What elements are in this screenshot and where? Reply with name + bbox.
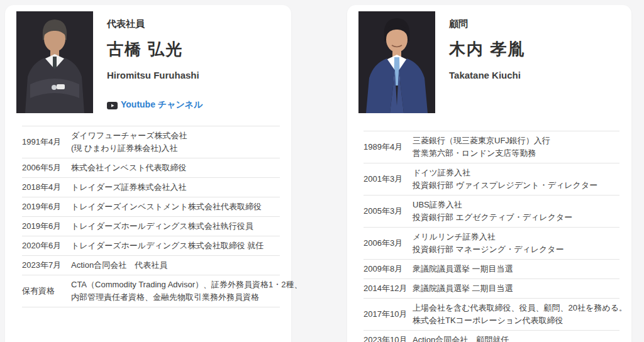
history-line: 衆議院議員選挙 一期目当選: [413, 263, 619, 275]
career-history-table: 1991年4月 ダイワフューチャーズ株式会社 (現 ひまわり証券株会社)入社 2…: [22, 126, 280, 307]
history-desc: 株式会社インベスト代表取締役: [71, 162, 280, 174]
profile-card-furuhashi: 代表社員 古橋 弘光 Hiromitsu Furuhashi Youtube チ…: [5, 5, 291, 342]
history-date: 1991年4月: [22, 136, 71, 148]
history-row: 保有資格 CTA（Commodity Trading Advisor）、証券外務…: [22, 275, 280, 307]
history-date: 2020年6月: [22, 240, 71, 252]
member-name-en: Hiromitsu Furuhashi: [107, 69, 203, 82]
history-row: 2009年8月 衆議院議員選挙 一期目当選: [364, 259, 619, 279]
history-row: 2001年3月 ドイツ証券入社 投資銀行部 ヴァイスプレジデント・ディレクター: [364, 163, 619, 195]
history-desc: Action合同会社 顧問就任: [413, 334, 619, 342]
history-line: Action合同会社 代表社員: [71, 259, 280, 272]
history-line: 株式会社TKコーポレーション代表取締役: [413, 314, 627, 327]
youtube-icon: [107, 101, 118, 108]
history-line: 内部管理責任者資格、金融先物取引業務外務員資格: [71, 291, 302, 304]
history-row: 2005年3月 UBS証券入社 投資銀行部 エグゼクティブ・ディレクター: [364, 195, 619, 227]
youtube-link-label: Youtube チャンネル: [121, 99, 203, 110]
history-line: 投資銀行部 ヴァイスプレジデント・ディレクター: [413, 179, 619, 192]
history-line: トレイダーズ証券株式会社入社: [71, 181, 280, 194]
profile-header: 顧問 木内 孝胤 Takatane Kiuchi: [347, 5, 631, 113]
history-line: ドイツ証券入社: [413, 167, 619, 179]
history-line: 投資銀行部 マネージング・ディレクター: [413, 243, 619, 256]
history-desc: CTA（Commodity Trading Advisor）、証券外務員資格1・…: [71, 279, 302, 304]
history-row: 2014年12月 衆議院議員選挙 二期目当選: [364, 279, 619, 298]
history-row: 1989年4月 三菱銀行（現三菱東京UFJ銀行）入行 営業第六部・ロンドン支店等…: [364, 131, 619, 163]
history-date: 2023年10月: [364, 334, 413, 342]
member-name: 古橋 弘光: [107, 39, 203, 59]
history-desc: トレイダーズホールディングス株式会社執行役員: [71, 220, 280, 233]
history-row: 2023年10月 Action合同会社 顧問就任: [364, 330, 619, 342]
history-desc: トレイダーズホールディングス株式会社取締役 就任: [71, 240, 280, 252]
member-photo: [16, 11, 93, 113]
history-line: CTA（Commodity Trading Advisor）、証券外務員資格1・…: [71, 279, 302, 291]
history-row: 2020年6月 トレイダーズホールディングス株式会社取締役 就任: [22, 236, 280, 255]
portrait-illustration: [358, 11, 435, 113]
history-line: トレイダーズホールディングス株式会社取締役 就任: [71, 240, 280, 252]
history-desc: メリルリンチ証券入社 投資銀行部 マネージング・ディレクター: [413, 231, 619, 256]
history-row: 1991年4月 ダイワフューチャーズ株式会社 (現 ひまわり証券株会社)入社: [22, 126, 280, 158]
history-row: 2017年10月 上場会社を含む代表取締役、役員、顧問、20社を務める。 株式会…: [364, 298, 619, 330]
history-date: 2018年4月: [22, 181, 71, 194]
history-date: 保有資格: [22, 285, 71, 297]
history-desc: 衆議院議員選挙 一期目当選: [413, 263, 619, 275]
history-row: 2019年6月 トレイダーズインベストメント株式会社代表取締役: [22, 197, 280, 216]
history-date: 2006年5月: [22, 162, 71, 174]
history-line: トレイダーズホールディングス株式会社執行役員: [71, 220, 280, 233]
history-date: 2019年6月: [22, 201, 71, 213]
career-history-table: 1989年4月 三菱銀行（現三菱東京UFJ銀行）入行 営業第六部・ロンドン支店等…: [364, 131, 619, 342]
member-name-en: Takatane Kiuchi: [449, 69, 525, 82]
history-line: メリルリンチ証券入社: [413, 231, 619, 243]
history-date: 2009年8月: [364, 263, 413, 275]
history-date: 2019年6月: [22, 220, 71, 233]
history-line: 投資銀行部 エグゼクティブ・ディレクター: [413, 211, 619, 224]
history-line: Action合同会社 顧問就任: [413, 334, 619, 342]
history-desc: ダイワフューチャーズ株式会社 (現 ひまわり証券株会社)入社: [71, 130, 280, 155]
history-desc: 衆議院議員選挙 二期目当選: [413, 282, 619, 295]
history-line: 営業第六部・ロンドン支店等勤務: [413, 147, 619, 160]
history-line: (現 ひまわり証券株会社)入社: [71, 142, 280, 155]
history-line: トレイダーズインベストメント株式会社代表取締役: [71, 201, 280, 213]
history-desc: UBS証券入社 投資銀行部 エグゼクティブ・ディレクター: [413, 199, 619, 224]
member-name: 木内 孝胤: [449, 39, 525, 59]
history-row: 2023年7月 Action合同会社 代表社員: [22, 255, 280, 275]
member-info: 代表社員 古橋 弘光 Hiromitsu Furuhashi Youtube チ…: [93, 11, 203, 113]
history-date: 2014年12月: [364, 282, 413, 295]
history-date: 2005年3月: [364, 205, 413, 218]
history-date: 2006年3月: [364, 237, 413, 250]
member-info: 顧問 木内 孝胤 Takatane Kiuchi: [435, 11, 525, 113]
history-date: 1989年4月: [364, 141, 413, 153]
history-desc: トレイダーズ証券株式会社入社: [71, 181, 280, 194]
history-line: 衆議院議員選挙 二期目当選: [413, 282, 619, 295]
history-line: 上場会社を含む代表取締役、役員、顧問、20社を務める。: [413, 302, 627, 314]
history-date: 2023年7月: [22, 259, 71, 272]
profile-card-kiuchi: 顧問 木内 孝胤 Takatane Kiuchi 1989年4月 三菱銀行（現三…: [347, 5, 631, 342]
history-line: 株式会社インベスト代表取締役: [71, 162, 280, 174]
profile-header: 代表社員 古橋 弘光 Hiromitsu Furuhashi Youtube チ…: [5, 5, 291, 113]
history-row: 2006年5月 株式会社インベスト代表取締役: [22, 158, 280, 177]
history-date: 2001年3月: [364, 173, 413, 185]
history-line: ダイワフューチャーズ株式会社: [71, 130, 280, 142]
history-desc: Action合同会社 代表社員: [71, 259, 280, 272]
history-desc: ドイツ証券入社 投資銀行部 ヴァイスプレジデント・ディレクター: [413, 167, 619, 192]
youtube-channel-link[interactable]: Youtube チャンネル: [107, 99, 203, 110]
member-role: 顧問: [449, 18, 525, 30]
member-photo: [358, 11, 435, 113]
history-row: 2019年6月 トレイダーズホールディングス株式会社執行役員: [22, 216, 280, 236]
history-desc: 三菱銀行（現三菱東京UFJ銀行）入行 営業第六部・ロンドン支店等勤務: [413, 135, 619, 160]
history-desc: 上場会社を含む代表取締役、役員、顧問、20社を務める。 株式会社TKコーポレーシ…: [413, 302, 627, 327]
history-line: UBS証券入社: [413, 199, 619, 211]
history-row: 2006年3月 メリルリンチ証券入社 投資銀行部 マネージング・ディレクター: [364, 227, 619, 259]
history-date: 2017年10月: [364, 308, 413, 321]
history-row: 2018年4月 トレイダーズ証券株式会社入社: [22, 177, 280, 197]
history-desc: トレイダーズインベストメント株式会社代表取締役: [71, 201, 280, 213]
portrait-illustration: [16, 11, 93, 113]
member-role: 代表社員: [107, 18, 203, 30]
history-line: 三菱銀行（現三菱東京UFJ銀行）入行: [413, 135, 619, 147]
